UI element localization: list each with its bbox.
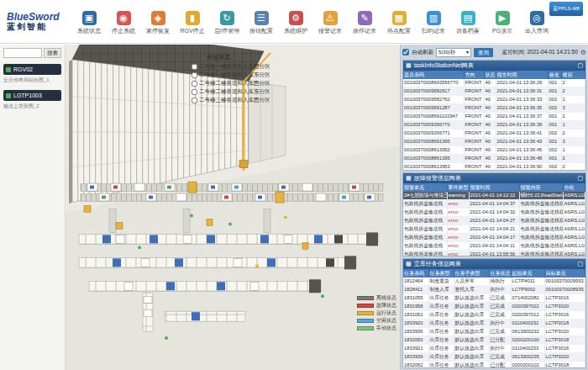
table-row[interactable]: 00100370009356771FRONT402021-04-01 13:36… — [403, 130, 585, 138]
toolbar-label: 系统维护 — [284, 27, 307, 35]
column-header[interactable]: 事件类型 — [447, 183, 469, 192]
warehouse-3d-view[interactable]: 分区状态 二号楼一楼巷道和入库西分区二号楼一楼巷道和入库东分区二号楼二楼巷道和入… — [66, 45, 400, 370]
column-header[interactable]: 任务条码 — [403, 269, 428, 278]
table-row[interactable]: 1812464制造退货人员异常待执行LCTP401100100370009593 — [403, 278, 585, 286]
toolbar-button-button-config[interactable]: ☰按钮配置 — [244, 11, 278, 35]
column-header[interactable]: 任务子类型 — [454, 269, 489, 278]
toolbar-button-alarm-record[interactable]: ⚠报警记录 — [313, 11, 347, 35]
column-header[interactable]: 任务类型 — [428, 269, 454, 278]
zone-option[interactable]: 二号楼三楼巷道和入库西分区 — [192, 97, 270, 104]
table-row[interactable]: 包装线拆盘输送线error2021-04-01 14:04:21包装线拆盘输送线… — [403, 225, 585, 234]
cell: FRONT — [464, 104, 484, 113]
column-header[interactable]: 状态 — [484, 71, 496, 79]
toolbar-button-pg-demo[interactable]: ▶PG演示 — [486, 11, 519, 35]
status-legend: 离线状态故障状态运行状态空闲状态手动状态 — [357, 294, 396, 332]
expand-icon[interactable]: ▢ — [577, 175, 583, 182]
column-header[interactable]: 起始单元 — [511, 269, 544, 278]
column-header[interactable]: 报文时间 — [496, 71, 548, 79]
table-row[interactable]: 包装线拆盘输送线error2021-04-01 14:04:11包装线拆盘输送线… — [403, 242, 585, 251]
cell: 出库任务 — [428, 328, 454, 336]
toolbar-button-hotspot-config[interactable]: ▦热点配置 — [382, 11, 416, 35]
table-row[interactable]: 00100370008691102947FRONT402021-04-01 13… — [403, 113, 585, 121]
table-row[interactable]: 00100370008613952FRONT402021-04-01 13:36… — [403, 146, 585, 155]
toolbar-button-scan-record[interactable]: ▥扫码记录 — [417, 11, 450, 35]
column-header[interactable]: 楼层 — [561, 71, 585, 79]
toolbar-button-system-maintain[interactable]: ⚙系统维护 — [279, 11, 312, 35]
table-row[interactable]: 1833936出库任务默认拣选出库已完成0613900232LCTP3020 — [403, 328, 585, 336]
expand-icon[interactable]: ▢ — [577, 261, 583, 267]
table-row[interactable]: 00100370009582617FRONT402021-04-01 13:36… — [403, 87, 585, 96]
toolbar-button-start-stop-manage[interactable]: ↻启/停管理 — [210, 11, 244, 35]
cell: 默认拣选出库 — [454, 311, 489, 320]
column-header[interactable]: 报警单元 — [403, 183, 447, 192]
monitor-time-label: 监控时间: — [502, 49, 526, 55]
table-row[interactable]: 00100370009582762FRONT402021-04-01 13:36… — [403, 96, 585, 104]
column-header[interactable]: 分组 — [563, 183, 585, 192]
zone-option[interactable]: 二号楼一楼巷道和入库西分区 — [192, 63, 270, 71]
table-row[interactable]: 包装线拆盘输送线error2021-04-01 14:04:27包装线拆盘输送线… — [403, 217, 585, 225]
column-header[interactable]: 任务状态 — [489, 269, 511, 278]
table-row[interactable]: 包装线拆盘输送线error2021-04-01 14:04:17包装线拆盘输送线… — [403, 234, 585, 242]
search-input[interactable] — [3, 48, 42, 58]
toolbar-button-rgv-stop[interactable]: ▮RGV停止 — [176, 11, 209, 35]
expand-icon[interactable]: ▢ — [577, 62, 583, 69]
device-item[interactable]: LGTP1003 — [3, 90, 61, 101]
cell: 001 — [548, 155, 561, 163]
toolbar-button-stop-system[interactable]: ◉停止系统 — [107, 11, 140, 35]
table-row[interactable]: 00100370009591287FRONT402021-04-01 13:36… — [403, 104, 585, 113]
zone-option[interactable]: 二号楼二楼巷道和入库东分区 — [192, 88, 270, 96]
table-row[interactable]: 1833920出库任务默认拣选出库执行中0110400232LCTP3018 — [403, 320, 585, 328]
table-row[interactable]: 00100370008693556770FRONT402021-04-01 13… — [403, 79, 585, 87]
zone-checkbox[interactable] — [192, 98, 197, 103]
alarm-table-titlebar[interactable]: ▦ 故障报警信息网表 ▢ — [403, 173, 585, 183]
cell: 002 — [548, 130, 561, 138]
table-row[interactable]: 00100370008691395FRONT402021-04-01 13:36… — [403, 138, 585, 146]
column-header[interactable]: 报警时间 — [469, 183, 519, 192]
gear-icon[interactable]: ⚙ — [580, 49, 586, 56]
auto-refresh-checkbox[interactable] — [402, 49, 409, 56]
column-header[interactable]: 器具条码 — [403, 71, 464, 79]
toolbar-button-inout-query[interactable]: ◎出入查询 — [520, 11, 554, 35]
table-row[interactable]: 1831051出库任务默认拣选出库已完成0200397012LCTP3016 — [403, 311, 585, 320]
column-header[interactable]: 方向 — [464, 71, 484, 79]
zone-option[interactable]: 二号楼二楼巷道和入库西分区 — [192, 80, 270, 87]
table-row[interactable]: 包装线拆盘输送线error2021-04-01 14:04:37包装线拆盘输送线… — [403, 200, 585, 209]
table-row[interactable]: 1828411制造入库整托入库执行中LCTP900200100370008935 — [403, 286, 585, 294]
toolbar-button-system-status[interactable]: ▣系统状态 — [72, 11, 106, 35]
table-row[interactable]: 00100370008613953FRONT402021-04-01 13:36… — [403, 163, 585, 172]
toolbar-button-device-archive[interactable]: ▤设备档案 — [451, 11, 485, 35]
query-button[interactable]: 查询 — [474, 48, 493, 57]
table-row[interactable]: 1833939出库任务默认拣选出库已完成0613900235LCTP3020 — [403, 353, 585, 362]
table-row[interactable]: 1831055出库任务默认拣选出库已完成0714002082LCTP3016 — [403, 294, 585, 303]
table-row[interactable]: 1832052出库任务默认拣选出库已分配0200200102LCTP3018 — [403, 362, 585, 369]
toolbar-button-estop-recover[interactable]: ◈紧停恢复 — [141, 11, 175, 35]
column-header[interactable]: 报警内容 — [519, 183, 563, 192]
zone-checkbox[interactable] — [192, 81, 197, 87]
table-row[interactable]: 1833921出库任务默认拣选出库执行中0110400233LCTP3016 — [403, 345, 585, 353]
task-table-titlebar[interactable]: ▦ 立库任务信息网表 ▢ — [403, 259, 585, 269]
cell: 2021-04-01 13:36:43 — [496, 138, 548, 146]
table-row[interactable]: 00100370008861395FRONT402021-04-01 13:36… — [403, 155, 585, 163]
toolbar-label: PG演示 — [492, 27, 512, 35]
table-row[interactable]: 2#七层拆垛与堆垛三联机warning2021-04-01 14:12:12钢针… — [403, 192, 585, 200]
device-item[interactable]: RGV02 — [3, 64, 61, 75]
zone-checkbox[interactable] — [192, 72, 197, 78]
table-row[interactable]: 00100370009356770FRONT402021-04-01 13:36… — [403, 121, 585, 130]
refresh-interval-select[interactable]: 5(30)秒 ▾ — [436, 48, 471, 57]
station-table-titlebar[interactable]: ▦ taskInfoStationNet网表 ▢ — [403, 61, 585, 71]
column-header[interactable]: 目标单元 — [544, 269, 585, 278]
table-row[interactable]: 包装线拆盘输送线error2021-04-01 14:04:32包装线拆盘输送线… — [403, 209, 585, 217]
table-row[interactable]: 1832050出库任务默认拣选出库已分配0200200100LCTP3018 — [403, 336, 585, 345]
monitor-time-value: 2021-04-01 14:21:50 — [527, 49, 577, 55]
column-header[interactable]: 巷道 — [548, 71, 561, 79]
search-button[interactable]: 搜索 — [44, 48, 61, 58]
zone-checkbox[interactable] — [192, 64, 197, 70]
window-preview-badge[interactable]: 蓝PPLS-M8 — [549, 2, 583, 16]
table-row[interactable]: 1831958出库任务默认拣选出库已完成0200397022LCTP3020 — [403, 303, 585, 311]
zone-option[interactable]: 二号楼一楼巷道和入库东分区 — [192, 71, 270, 79]
cell: 00100370008613952 — [403, 146, 464, 155]
toolbar-label: 扫码记录 — [422, 27, 445, 35]
table-row[interactable]: 包装线拆盘输送线error2021-04-01 13:58:56包装线拆盘输送线… — [403, 251, 585, 257]
toolbar-button-operate-record[interactable]: ✎操作记录 — [348, 11, 381, 35]
zone-checkbox[interactable] — [192, 89, 197, 95]
